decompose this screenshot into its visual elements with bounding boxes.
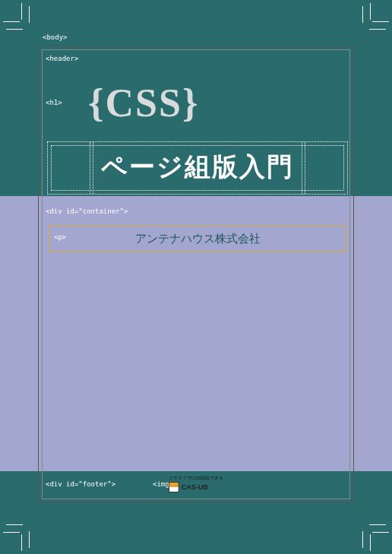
footer-tag-label: <div id="footer">: [46, 480, 115, 488]
company-name: アンテナハウス株式会社: [49, 232, 346, 246]
page-outer-frame: <header> <h1> {CSS} ページ組版入門 <div id="con…: [38, 46, 354, 503]
body-tag-label: <body>: [43, 33, 68, 41]
company-box: <p> アンテナハウス株式会社: [49, 225, 346, 252]
cas-ub-icon: [169, 482, 179, 492]
page-inner-frame: <header> <h1> {CSS} ページ組版入門 <div id="con…: [42, 49, 350, 499]
title-dotted-frame: ページ組版入門: [47, 141, 348, 195]
brace-right-icon: }: [182, 81, 200, 125]
footer-logo-tagline: クラウドでCSS組版できる: [169, 475, 223, 482]
page-title: ページ組版入門: [48, 150, 347, 185]
footer-logo-name: CAS-UB: [182, 483, 208, 491]
css-logo-text: CSS: [106, 81, 182, 125]
header-tag-label: <header>: [46, 55, 78, 62]
footer-logo: クラウドでCSS組版できる CAS-UB: [169, 475, 223, 492]
h1-tag-label: <h1>: [46, 99, 62, 106]
container-tag-label: <div id="container">: [46, 207, 128, 215]
css-logo: {CSS}: [88, 81, 199, 125]
brace-left-icon: {: [88, 81, 106, 125]
